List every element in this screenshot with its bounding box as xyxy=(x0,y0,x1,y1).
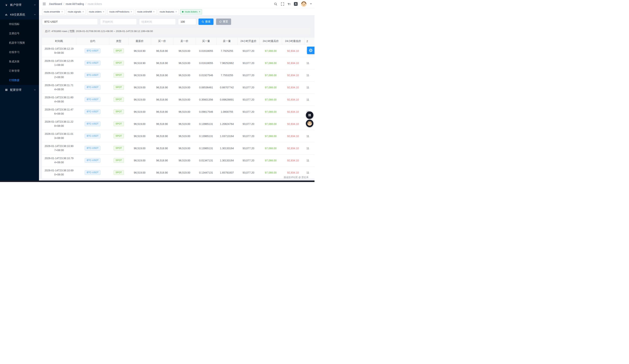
cell-contract: BTC-USDT xyxy=(76,118,109,130)
sidebar-item-features[interactable]: 特征指标 xyxy=(0,19,39,29)
col-open-24h: 24小时开盘价 xyxy=(237,38,260,45)
widget-avatar-button[interactable] xyxy=(306,120,313,127)
close-icon[interactable]: × xyxy=(131,10,132,13)
cell-low: 92,834.10 xyxy=(282,118,304,130)
cell-high: 97,088.00 xyxy=(260,167,282,179)
sidebar-item-ensemble[interactable]: 集成决策 xyxy=(0,57,39,66)
search-button[interactable]: 搜索 xyxy=(198,18,213,25)
breadcrumb-dashboard[interactable]: Dashboard xyxy=(49,2,62,5)
cell-ask: 96,519.00 xyxy=(173,57,196,69)
cell-open: 93,077.20 xyxy=(237,118,260,130)
font-size-icon[interactable]: TT xyxy=(288,3,291,5)
close-icon[interactable]: × xyxy=(82,10,84,13)
tab-route-tickers[interactable]: route.tickers× xyxy=(180,9,202,14)
cell-low: 92,834.10 xyxy=(282,130,304,142)
cell-contract: BTC-USDT xyxy=(76,81,109,93)
reset-button[interactable]: 重置 xyxy=(216,18,231,25)
tab-route-signals[interactable]: route.signals× xyxy=(66,9,86,14)
cell-ts: 2026-01-14T23:38:11.604+08:00 xyxy=(42,93,76,106)
breadcrumb-kbtrading[interactable]: route.kbTrading xyxy=(66,2,84,5)
cell-bid: 96,518.90 xyxy=(151,142,173,154)
active-dot xyxy=(182,11,183,12)
cell-bid: 96,518.90 xyxy=(151,57,173,69)
settings-drawer-button[interactable] xyxy=(307,47,314,54)
sidebar-item-tickers[interactable]: 行情数据 xyxy=(0,76,39,85)
search-icon[interactable] xyxy=(274,2,277,6)
cell-vol: 11 xyxy=(304,81,314,93)
timestamp-value: 2026-01-14T23:38:12.051+08:00 xyxy=(44,59,74,67)
tab-route-onlineml[interactable]: route.onlineMl× xyxy=(135,9,157,14)
cell-ask: 96,519.00 xyxy=(173,167,196,179)
fullscreen-icon[interactable] xyxy=(281,2,284,6)
sidebar-item-label: 配置管理 xyxy=(10,88,34,92)
top-header: Dashboard / route.kbTrading / route.tick… xyxy=(39,0,314,8)
cell-ts: 2026-01-14T23:38:11.476+08:00 xyxy=(42,106,76,118)
close-icon[interactable]: × xyxy=(175,10,177,13)
cell-type: SPOT xyxy=(109,93,128,106)
close-icon[interactable]: × xyxy=(199,10,200,13)
sidebar-item-account[interactable]: ¥ 账户管理 xyxy=(0,0,39,10)
timestamp-value: 2026-01-14T23:38:10.907+08:00 xyxy=(44,144,74,152)
refresh-icon xyxy=(219,20,222,23)
sidebar-item-orders[interactable]: 订单管理 xyxy=(0,66,39,76)
sidebar-item-label: KB交易系统 xyxy=(10,13,34,16)
sidebar-item-config[interactable]: 配置管理 xyxy=(0,85,39,95)
reset-button-label: 重置 xyxy=(223,20,228,23)
close-icon[interactable]: × xyxy=(153,10,155,13)
type-tag: SPOT xyxy=(114,134,124,138)
cell-vol: 11 xyxy=(304,130,314,142)
tab-route-orders[interactable]: route.orders× xyxy=(87,9,106,14)
cell-low: 92,834.10 xyxy=(282,93,304,106)
timestamp-value: 2026-01-14T23:38:11.714+08:00 xyxy=(44,83,74,91)
sidebar-item-online-learning[interactable]: 在线学习 xyxy=(0,48,39,57)
cell-low: 92,834.10 xyxy=(282,142,304,154)
symbol-input[interactable] xyxy=(42,18,98,25)
table-row: 2026-01-14T23:38:11.932+08:00BTC-USDTSPO… xyxy=(42,69,314,81)
language-icon[interactable]: A xyxy=(294,2,298,6)
gear-icon xyxy=(309,48,313,52)
cell-contract: BTC-USDT xyxy=(76,69,109,81)
start-time-input[interactable] xyxy=(100,18,137,25)
tab-label: route.onlineMl xyxy=(137,10,152,13)
sidebar-item-signals[interactable]: 交易信号 xyxy=(0,29,39,38)
sidebar-item-label: 在线学习 xyxy=(9,51,19,54)
cell-high: 97,088.00 xyxy=(260,118,282,130)
mini-avatar-icon xyxy=(307,121,312,126)
cell-open: 93,077.20 xyxy=(237,167,260,179)
cell-ts: 2026-01-14T23:38:11.714+08:00 xyxy=(42,81,76,93)
limit-input[interactable] xyxy=(178,18,196,25)
cell-open: 93,077.20 xyxy=(237,81,260,93)
avatar[interactable] xyxy=(301,1,307,7)
tab-route-features[interactable]: route.features× xyxy=(158,9,179,14)
cell-last: 96,518.90 xyxy=(128,45,151,57)
cell-bid: 96,518.90 xyxy=(151,130,173,142)
cell-ask_qty: 1.30133164 xyxy=(216,142,237,154)
type-tag: SPOT xyxy=(114,61,124,65)
close-icon[interactable]: × xyxy=(61,10,63,13)
cell-type: SPOT xyxy=(109,106,128,118)
tab-label: route.mlPredictions xyxy=(109,10,129,13)
cell-open: 93,077.20 xyxy=(237,93,260,106)
tab-route-mlpredictions[interactable]: route.mlPredictions× xyxy=(107,9,134,14)
menu-collapse-icon[interactable] xyxy=(42,2,46,6)
tab-route-ensemble[interactable]: route.ensemble× xyxy=(42,9,65,14)
end-time-input[interactable] xyxy=(139,18,176,25)
cell-ask: 96,519.00 xyxy=(173,81,196,93)
widget-grid-button[interactable] xyxy=(306,111,313,119)
sidebar-item-kbtrading[interactable]: KB交易系统 xyxy=(0,10,39,19)
sidebar-item-ml-predictions[interactable]: 机器学习预测 xyxy=(0,38,39,48)
cell-vol: 11 xyxy=(304,57,314,69)
content-area: 搜索 重置 总计: 4781893 rows | 范围: 2026-01-01T… xyxy=(39,15,314,182)
contract-tag: BTC-USDT xyxy=(85,134,100,138)
close-icon[interactable]: × xyxy=(103,10,104,13)
cell-low: 92,834.10 xyxy=(282,69,304,81)
contract-tag: BTC-USDT xyxy=(85,109,100,114)
horizontal-scrollbar[interactable] xyxy=(0,181,314,182)
cell-last: 96,518.90 xyxy=(128,57,151,69)
cell-open: 93,077.20 xyxy=(237,69,260,81)
cell-ask_qty: 1.03713164 xyxy=(216,130,237,142)
chevron-down-icon[interactable] xyxy=(310,3,312,4)
contract-tag: BTC-USDT xyxy=(85,61,100,65)
cell-bid_qty: 0.09817546 xyxy=(196,106,216,118)
cell-high: 97,088.00 xyxy=(260,81,282,93)
